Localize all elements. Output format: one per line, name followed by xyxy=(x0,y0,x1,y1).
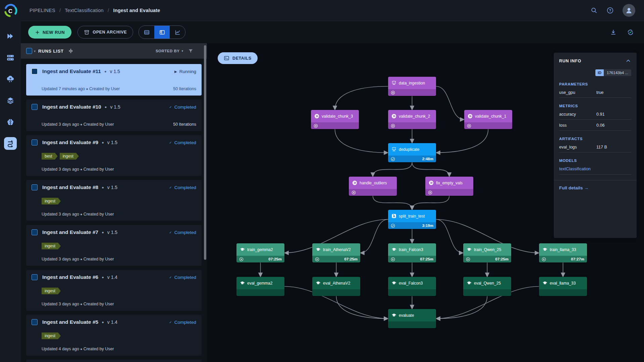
breadcrumb-separator: / xyxy=(59,8,61,13)
run-updated-created: Updated 3 days ago ● Created by User xyxy=(42,167,114,172)
node-label: train_Qwen_25 xyxy=(474,247,501,252)
run-title: Ingest and Evaluate #11 xyxy=(42,68,101,74)
kv-value: 0.91 xyxy=(596,112,631,117)
node-time: 3:19m xyxy=(422,224,433,228)
run-created-by: Created by User xyxy=(84,167,114,172)
run-checkbox[interactable] xyxy=(32,139,38,145)
split-view-toggle[interactable] xyxy=(154,26,170,39)
dag-node-deduplicate[interactable]: deduplicate 2:48m xyxy=(388,143,436,162)
pipeline-dag-canvas[interactable]: DETAILS data_ingestion validate_chunk_3 xyxy=(207,43,644,362)
sidebar-item-applications[interactable] xyxy=(4,73,17,85)
help-icon[interactable] xyxy=(606,7,614,14)
sidebar-item-models[interactable] xyxy=(4,116,17,128)
run-version: v 1.5 xyxy=(107,140,117,145)
dag-node-eval_AthenaV2[interactable]: eval_AthenaV2 xyxy=(312,277,360,296)
breadcrumb-pipelines[interactable]: PIPELINES xyxy=(30,8,55,13)
run-list-item[interactable]: Ingest and Evaluate #7 ● v 1.5 ✓ Complet… xyxy=(26,225,202,266)
dag-node-fix_empty_vals[interactable]: fix_empty_vals xyxy=(425,177,473,196)
sidebar-item-projects[interactable] xyxy=(4,30,17,43)
run-checkbox[interactable] xyxy=(32,68,38,74)
dag-node-train_llama_33[interactable]: train_llama_33 07:27m xyxy=(539,243,587,262)
run-updated: Updated 3 days ago xyxy=(42,257,79,261)
run-list-item[interactable]: Ingest and Evaluate #9 ● v 1.5 ✓ Complet… xyxy=(26,135,202,176)
open-archive-button[interactable]: OPEN ARCHIVE xyxy=(77,26,133,39)
full-details-link[interactable]: Full details → xyxy=(554,180,637,195)
sorted-by-button[interactable]: SORTED BY xyxy=(156,49,180,53)
dag-node-eval_llama_33[interactable]: eval_llama_33 xyxy=(539,277,587,296)
dag-node-data_ingestion[interactable]: data_ingestion xyxy=(388,77,436,96)
dag-node-validate_chunk_1[interactable]: validate_chunk_1 xyxy=(464,110,512,129)
dot-separator: ● xyxy=(102,230,104,234)
filter-icon[interactable] xyxy=(188,48,194,54)
run-status: ✓ Completed xyxy=(169,275,196,280)
run-status-icon: ✓ xyxy=(169,141,172,144)
row-density-icon[interactable] xyxy=(68,48,74,54)
collapse-panel-icon[interactable] xyxy=(625,58,631,64)
run-checkbox[interactable] xyxy=(32,274,38,280)
dag-node-split_train_test[interactable]: split_train_test 3:19m xyxy=(388,210,436,229)
download-icon[interactable] xyxy=(610,29,617,36)
model-link[interactable]: textClassification xyxy=(559,163,631,175)
dag-edge xyxy=(336,296,388,319)
breadcrumb-project[interactable]: TextClassification xyxy=(65,8,104,13)
id-badge[interactable]: ID xyxy=(595,69,604,76)
dag-node-train_Qwen_25[interactable]: train_Qwen_25 07:25m xyxy=(463,243,511,262)
dag-node-handle_outliers[interactable]: handle_outliers xyxy=(349,177,397,196)
run-list-item[interactable]: Ingest and Evaluate #10 ● v 1.5 ✓ Comple… xyxy=(26,100,202,131)
run-list-item[interactable]: Ingest and Evaluate #11 ● v 1.5 ▶ Runnin… xyxy=(26,64,202,96)
sidebar-item-datasets[interactable] xyxy=(4,94,17,107)
node-type-icon xyxy=(391,313,396,318)
node-label: validate_chunk_1 xyxy=(475,114,506,119)
run-created-by: Created by User xyxy=(84,257,114,261)
run-checkbox[interactable] xyxy=(32,319,38,325)
run-list-item[interactable]: Ingest and Evaluate #8 ● v 1.5 ✓ Complet… xyxy=(26,180,202,221)
chart-view-toggle[interactable] xyxy=(170,26,185,39)
sidebar-item-pipelines[interactable] xyxy=(4,137,17,150)
table-view-icon xyxy=(144,29,150,36)
node-status-icon xyxy=(467,124,471,128)
table-view-toggle[interactable] xyxy=(139,26,154,39)
clearml-logo[interactable]: C xyxy=(0,0,21,21)
run-tag: ingest xyxy=(42,243,61,249)
details-button[interactable]: DETAILS xyxy=(218,52,258,64)
dag-node-validate_chunk_3[interactable]: validate_chunk_3 xyxy=(311,110,359,129)
dag-node-evaluate[interactable]: evaluate xyxy=(388,309,436,328)
select-all-checkbox[interactable] xyxy=(26,48,32,54)
node-status-icon xyxy=(542,257,546,261)
user-avatar[interactable] xyxy=(623,4,635,17)
run-updated-created: Updated 3 days ago ● Created by User xyxy=(42,257,114,261)
sidebar-item-workers-queues[interactable] xyxy=(4,51,17,64)
run-status-label: Completed xyxy=(174,275,196,280)
dag-node-eval_Falcon3[interactable]: eval_Falcon3 xyxy=(388,277,436,296)
dag-edge xyxy=(335,129,388,153)
dag-node-eval_Qwen_25[interactable]: eval_Qwen_25 xyxy=(463,277,511,296)
dag-node-train_Falcon3[interactable]: train_Falcon3 07:25m xyxy=(388,243,436,262)
auto-refresh-icon[interactable] xyxy=(627,29,634,36)
run-list-item[interactable]: Ingest and Evaluate #5 ● v 1.4 ✓ Complet… xyxy=(26,315,202,356)
dag-node-eval_gemma2[interactable]: eval_gemma2 xyxy=(236,277,284,296)
run-tags: ingest xyxy=(32,288,196,294)
runs-list-scrollbar[interactable] xyxy=(204,45,206,260)
sorted-by-caret-icon[interactable]: ▾ xyxy=(181,49,183,53)
select-all-caret-icon[interactable]: ▾ xyxy=(34,49,36,53)
run-id-chip[interactable]: ID 176143b4 ... xyxy=(559,69,631,76)
new-run-button[interactable]: NEW RUN xyxy=(28,26,71,39)
run-list-item[interactable]: Ingest and Evaluate #6 ● v 1.4 ✓ Complet… xyxy=(26,270,202,311)
dag-node-train_AthenaV2[interactable]: train_AthenaV2 07:25m xyxy=(312,243,360,262)
run-updated: Updated 3 days ago xyxy=(42,167,79,172)
run-list-item[interactable]: Ingest and Evaluate #4 ● v 1.4 ✓ Complet… xyxy=(26,360,202,362)
apps-icon xyxy=(6,75,15,83)
run-checkbox[interactable] xyxy=(32,229,38,235)
node-status-icon xyxy=(315,257,319,261)
run-checkbox[interactable] xyxy=(32,104,38,110)
run-tags: ingest xyxy=(32,198,196,204)
projects-icon xyxy=(6,32,15,41)
dag-node-validate_chunk_2[interactable]: validate_chunk_2 xyxy=(388,110,436,129)
run-info-panel: RUN INFO ID 176143b4 ... PARAMETERS use_… xyxy=(554,53,637,238)
node-type-icon xyxy=(240,281,245,286)
run-title: Ingest and Evaluate #5 xyxy=(42,319,98,325)
dag-node-train_gemma2[interactable]: train_gemma2 07:25m xyxy=(236,243,284,262)
kv-value: 0.06 xyxy=(596,123,631,128)
search-icon[interactable] xyxy=(590,7,598,14)
run-checkbox[interactable] xyxy=(32,184,38,190)
